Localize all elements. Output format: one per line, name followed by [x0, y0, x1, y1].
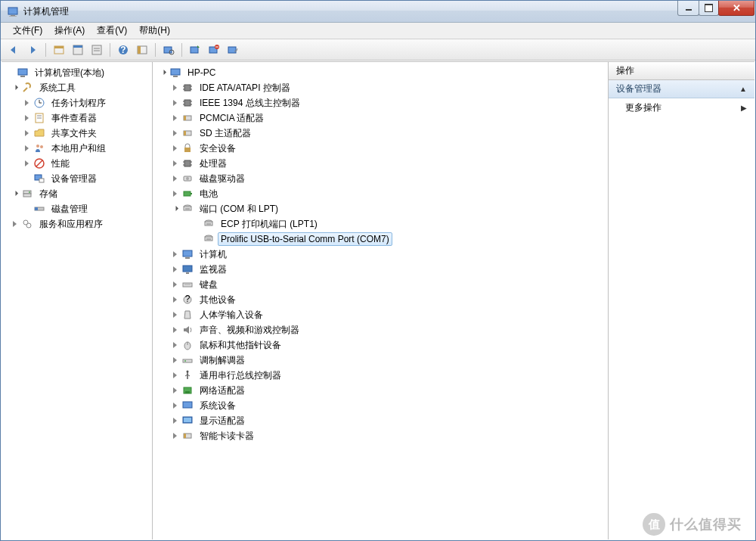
tree-local-users[interactable]: 本地用户和组 [2, 141, 152, 156]
svg-point-70 [185, 208, 186, 209]
device-cat-other[interactable]: ? 其他设备 [153, 292, 608, 307]
tree-shared-folders[interactable]: 共享文件夹 [2, 126, 152, 141]
close-button[interactable]: ✕ [718, 1, 754, 16]
menu-view[interactable]: 查看(V) [91, 23, 133, 39]
other-icon: ? [181, 294, 194, 306]
device-cat-hid[interactable]: 人体学输入设备 [153, 307, 608, 322]
node-label: 显示适配器 [197, 413, 248, 429]
more-actions[interactable]: 更多操作 ▶ [609, 98, 754, 117]
scan-button[interactable] [160, 42, 177, 58]
device-cat-ide[interactable]: IDE ATA/ATAPI 控制器 [153, 80, 608, 95]
console-tree[interactable]: 计算机管理(本地) 系统工具 任务计划程序 事件查看器 共享文件夹 [2, 62, 153, 539]
device-cat-disk[interactable]: 磁盘驱动器 [153, 171, 608, 186]
svg-rect-16 [191, 47, 198, 53]
svg-rect-13 [138, 46, 141, 54]
tree-root-local[interactable]: 计算机管理(本地) [2, 65, 152, 80]
svg-rect-86 [186, 272, 189, 274]
device-cat-pcmcia[interactable]: PCMCIA 适配器 [153, 110, 608, 126]
node-label: 其他设备 [197, 292, 239, 308]
device-cat-modem[interactable]: 调制解调器 [153, 353, 608, 368]
tree-system-tools[interactable]: 系统工具 [2, 80, 152, 95]
folder-share-icon [33, 127, 45, 139]
menu-help[interactable]: 帮助(H) [133, 23, 176, 39]
svg-point-82 [209, 238, 210, 239]
menu-action[interactable]: 操作(A) [48, 23, 91, 39]
tree-device-manager[interactable]: 设备管理器 [2, 171, 152, 186]
device-cat-mouse[interactable]: 鼠标和其他指针设备 [153, 337, 608, 353]
node-label: SD 主适配器 [197, 126, 254, 141]
window-frame: 计算机管理 ✕ 文件(F) 操作(A) 查看(V) 帮助(H) ? [0, 0, 756, 541]
svg-point-29 [36, 145, 39, 148]
svg-rect-93 [183, 359, 192, 362]
device-cat-computer[interactable]: 计算机 [153, 247, 608, 262]
device-cat-display[interactable]: 显示适配器 [153, 413, 608, 428]
svg-rect-67 [191, 193, 192, 194]
tree-performance[interactable]: 性能 [2, 156, 152, 171]
node-label: 人体学输入设备 [197, 307, 266, 323]
node-label: 声音、视频和游戏控制器 [197, 322, 302, 338]
help-button[interactable]: ? [115, 42, 132, 58]
show-hide-tree-button[interactable] [51, 42, 67, 58]
device-cat-battery[interactable]: 电池 [153, 186, 608, 201]
maximize-button[interactable] [699, 1, 719, 16]
svg-rect-55 [184, 116, 186, 120]
properties-button[interactable] [70, 42, 86, 58]
svg-point-72 [188, 208, 189, 209]
device-cat-ieee1394[interactable]: IEEE 1394 总线主控制器 [153, 95, 608, 110]
svg-text:?: ? [185, 294, 191, 304]
node-label: PCMCIA 适配器 [197, 110, 267, 126]
device-cat-cpu[interactable]: 处理器 [153, 156, 608, 171]
svg-point-80 [206, 238, 207, 239]
node-label: 设备管理器 [48, 171, 100, 187]
device-cat-usb[interactable]: 通用串行总线控制器 [153, 368, 608, 383]
svg-point-81 [208, 238, 209, 239]
tree-task-scheduler[interactable]: 任务计划程序 [2, 95, 152, 110]
toolbar-separator [155, 43, 156, 57]
node-label: 任务计划程序 [48, 95, 109, 111]
node-label: 安全设备 [197, 141, 239, 157]
uninstall-button[interactable] [206, 42, 222, 58]
tree-disk-management[interactable]: 磁盘管理 [2, 201, 152, 216]
port-icon [203, 218, 215, 230]
device-tree[interactable]: HP-PC IDE ATA/ATAPI 控制器 IEEE 1394 总线主控制器… [153, 62, 608, 539]
menu-file[interactable]: 文件(F) [7, 23, 48, 39]
tree-services-apps[interactable]: 服务和应用程序 [2, 216, 152, 232]
device-root[interactable]: HP-PC [153, 65, 608, 80]
svg-point-30 [40, 145, 43, 148]
export-button[interactable] [88, 42, 105, 58]
submenu-icon: ▶ [741, 104, 747, 112]
actions-section[interactable]: 设备管理器 ▲ [609, 80, 754, 98]
device-cat-keyboard[interactable]: 键盘 [153, 277, 608, 292]
update-driver-button[interactable] [187, 42, 203, 58]
device-cat-ports[interactable]: 端口 (COM 和 LPT) [153, 201, 608, 216]
window-title: 计算机管理 [23, 5, 678, 18]
svg-rect-49 [184, 100, 191, 106]
minimize-button[interactable] [677, 1, 699, 16]
device-port-ecp[interactable]: ECP 打印机端口 (LPT1) [153, 216, 608, 232]
device-cat-monitor[interactable]: 监视器 [153, 262, 608, 277]
tree-storage[interactable]: 存储 [2, 186, 152, 201]
services-icon [21, 218, 33, 230]
disp-icon [181, 415, 194, 427]
device-cat-system[interactable]: 系统设备 [153, 398, 608, 413]
actions-header: 操作 [609, 62, 754, 80]
chip-icon [181, 157, 194, 169]
back-button[interactable] [5, 42, 22, 58]
device-cat-smartcard[interactable]: 智能卡读卡器 [153, 428, 608, 443]
forward-button[interactable] [24, 42, 41, 58]
chip-icon [181, 82, 194, 94]
window-controls: ✕ [678, 1, 754, 16]
device-cat-network[interactable]: 网络适配器 [153, 383, 608, 398]
svg-rect-4 [54, 46, 64, 48]
disable-button[interactable] [225, 42, 241, 58]
view-button[interactable] [134, 42, 150, 58]
device-cat-sound[interactable]: 声音、视频和游戏控制器 [153, 322, 608, 337]
tree-event-viewer[interactable]: 事件查看器 [2, 110, 152, 126]
device-cat-security[interactable]: 安全设备 [153, 141, 608, 156]
device-cat-sd[interactable]: SD 主适配器 [153, 126, 608, 141]
port-icon [181, 203, 194, 215]
node-label: 调制解调器 [197, 353, 248, 368]
device-port-prolific[interactable]: Prolific USB-to-Serial Comm Port (COM7) [153, 232, 608, 247]
svg-text:?: ? [120, 45, 125, 55]
titlebar[interactable]: 计算机管理 ✕ [1, 1, 755, 23]
